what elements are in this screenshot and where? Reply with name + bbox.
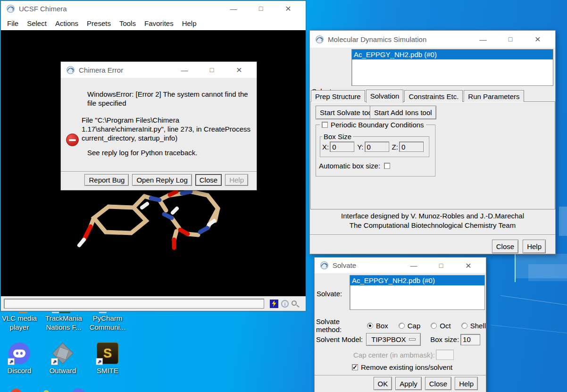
desktop-icon-trackmania[interactable]: TrackMania Nations F...: [43, 314, 84, 332]
y-label: Y:: [357, 143, 363, 151]
radio-box[interactable]: [367, 323, 373, 329]
chimera-titlebar[interactable]: UCSF Chimera — □ ×: [1, 1, 306, 16]
close-button[interactable]: ×: [225, 62, 253, 78]
cap-center-input[interactable]: [436, 350, 454, 360]
magnifier-icon[interactable]: [292, 300, 297, 306]
solvent-model-value: TIP3PBOX: [371, 335, 406, 343]
close-button[interactable]: Close: [492, 240, 518, 253]
close-button[interactable]: ×: [524, 31, 551, 48]
menu-file[interactable]: File: [3, 19, 23, 27]
menu-presets[interactable]: Presets: [83, 19, 115, 27]
outward-icon[interactable]: ↗: [52, 342, 74, 364]
cap-center-row: Cap center (in ambmask):: [353, 350, 454, 360]
help-button[interactable]: Help: [225, 174, 248, 186]
desktop-icon-label[interactable]: SMITE: [87, 366, 128, 375]
auto-box-checkbox[interactable]: [384, 163, 390, 169]
radio-shell[interactable]: [461, 323, 467, 329]
maximize-button[interactable]: □: [497, 31, 524, 48]
command-bar: i: [1, 296, 306, 311]
help-button[interactable]: Help: [455, 377, 478, 390]
model-listbox[interactable]: Ac_EPPGY_NH2.pdb (#0): [351, 49, 553, 86]
tab-prep-structure[interactable]: Prep Structure: [311, 90, 365, 102]
radio-box-label[interactable]: Box: [376, 322, 388, 330]
maximize-button[interactable]: □: [198, 62, 225, 78]
md-titlebar[interactable]: Molecular Dynamics Simulation — □ ×: [310, 31, 555, 48]
menu-tools[interactable]: Tools: [115, 19, 140, 27]
solvate-titlebar[interactable]: Solvate — □ ×: [315, 258, 486, 273]
close-button[interactable]: ×: [455, 258, 482, 273]
chimera-logo-icon: [66, 66, 75, 75]
z-input[interactable]: [399, 142, 424, 152]
tab-constraints[interactable]: Constraints Etc.: [404, 90, 463, 102]
desktop-icon-label[interactable]: Outward: [42, 366, 83, 375]
error-traceback: File "C:\Program Files\Chimera 1.17\shar…: [82, 116, 261, 142]
tab-solvation[interactable]: Solvation: [366, 90, 404, 103]
discord-icon[interactable]: ↗: [8, 342, 30, 364]
desktop-icon-label[interactable]: Discord: [0, 366, 40, 375]
separator: [310, 234, 555, 235]
menu-favorites[interactable]: Favorites: [140, 19, 178, 27]
radio-oct-label[interactable]: Oct: [440, 322, 450, 330]
radio-oct[interactable]: [431, 323, 437, 329]
remove-ions-checkbox[interactable]: ✓: [352, 364, 358, 370]
close-button[interactable]: Close: [195, 174, 222, 186]
radio-shell-label[interactable]: Shell: [470, 322, 486, 330]
report-bug-button[interactable]: Report Bug: [84, 174, 129, 186]
credits-line2: The Computational Biotechnological Chemi…: [310, 221, 555, 230]
chimera-logo-icon: [320, 261, 329, 270]
model-list-item-selected[interactable]: Ac_EPPGY_NH2.pdb (#0): [350, 275, 484, 285]
menu-select[interactable]: Select: [23, 19, 51, 27]
model-list-item-selected[interactable]: Ac_EPPGY_NH2.pdb (#0): [352, 50, 553, 59]
close-button[interactable]: Close: [425, 377, 451, 390]
remove-ions-label[interactable]: Remove existing ions/solvent: [361, 363, 452, 371]
auto-box-label: Automatic box size:: [319, 162, 380, 170]
info-icon[interactable]: i: [281, 300, 289, 308]
box-size-group: Box Size X: Y: Z:: [320, 136, 429, 157]
apply-button[interactable]: Apply: [395, 377, 422, 390]
ok-button[interactable]: OK: [374, 377, 392, 390]
radio-cap-label[interactable]: Cap: [408, 322, 421, 330]
desktop-icon-outward[interactable]: ↗ Outward: [42, 342, 83, 375]
menu-help[interactable]: Help: [178, 19, 201, 27]
minimize-button[interactable]: —: [469, 31, 497, 48]
tab-run-parameters[interactable]: Run Parameters: [464, 90, 524, 102]
desktop-icon-pycharm[interactable]: PyCharm Communi...: [87, 314, 128, 332]
smite-icon[interactable]: S ↗: [97, 342, 118, 364]
start-add-ions-tool-button[interactable]: Start Add Ions tool: [370, 106, 436, 119]
minimize-button[interactable]: —: [400, 258, 427, 273]
desktop-icon-smite[interactable]: S ↗ SMITE: [87, 342, 128, 375]
error-body: WindowsError: [Error 2] The system canno…: [61, 78, 257, 172]
close-button[interactable]: ×: [275, 1, 302, 16]
error-footer: See reply log for Python traceback.: [87, 149, 197, 157]
start-solvate-tool-button[interactable]: Start Solvate tool: [316, 106, 378, 119]
maximize-button[interactable]: □: [427, 258, 455, 273]
box-size-input[interactable]: [460, 334, 480, 345]
desktop-icon-label[interactable]: VLC media player: [0, 314, 40, 332]
command-input[interactable]: [4, 299, 264, 309]
partial-desktop-icon[interactable]: [43, 390, 49, 392]
radio-cap[interactable]: [399, 323, 405, 329]
desktop-icon-discord[interactable]: ↗ Discord: [0, 342, 40, 375]
maximize-button[interactable]: □: [247, 1, 275, 16]
window-title: UCSF Chimera: [19, 5, 67, 13]
minimize-button[interactable]: —: [220, 1, 247, 16]
menu-actions[interactable]: Actions: [51, 19, 83, 27]
md-tab-bar: Prep Structure Solvation Constraints Etc…: [311, 88, 525, 102]
open-reply-log-button[interactable]: Open Reply Log: [132, 174, 192, 186]
minimize-button[interactable]: —: [171, 62, 198, 78]
solvent-model-dropdown[interactable]: TIP3PBOX: [366, 333, 421, 346]
desktop-icon-label[interactable]: PyCharm Communi...: [87, 314, 128, 332]
partial-desktop-icon[interactable]: [10, 389, 22, 392]
menu-bar: File Select Actions Presets Tools Favori…: [1, 16, 306, 30]
lightning-icon[interactable]: [270, 300, 278, 308]
partial-desktop-icon[interactable]: [72, 388, 85, 392]
y-input[interactable]: [365, 142, 389, 152]
desktop-icon-label[interactable]: TrackMania Nations F...: [43, 314, 84, 332]
cap-center-label: Cap center (in ambmask):: [353, 351, 435, 359]
desktop-icon-vlc[interactable]: VLC media player: [0, 314, 40, 332]
x-input[interactable]: [330, 142, 354, 152]
solvate-model-listbox[interactable]: Ac_EPPGY_NH2.pdb (#0): [350, 275, 485, 310]
error-titlebar[interactable]: Chimera Error — □ ×: [61, 62, 257, 78]
pbc-checkbox[interactable]: [322, 122, 328, 128]
help-button[interactable]: Help: [523, 240, 546, 253]
